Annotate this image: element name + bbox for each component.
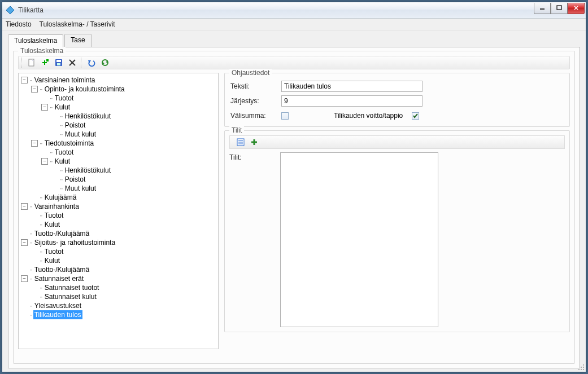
checkbox-voittotappio[interactable] [412,112,419,120]
group-legend: Tilit [229,126,244,134]
titlebar: Tilikartta [2,2,586,19]
delete-icon[interactable] [67,58,77,68]
expander-icon[interactable]: − [21,239,28,246]
tree-item[interactable]: Poistot [64,121,87,130]
svg-point-26 [583,367,584,368]
svg-rect-1 [540,8,545,10]
expander-icon[interactable]: − [31,86,38,93]
tab-tuloslaskelma[interactable]: Tuloslaskelma [8,34,63,47]
svg-rect-9 [46,59,49,61]
client-area: Tuloslaskelma Tase Tuloslaskelma [2,30,586,372]
tree-item-selected[interactable]: Tilikauden tulos [33,310,82,319]
undo-icon[interactable] [86,58,97,68]
svg-point-27 [578,369,580,370]
tree-item[interactable]: Tiedotustoiminta [43,139,95,148]
tab-tase[interactable]: Tase [64,34,91,47]
tree-item[interactable]: Henkilöstökulut [64,112,112,121]
tree-item[interactable]: Muut kulut [64,130,97,139]
toolbar-main [18,56,570,69]
expander-icon[interactable]: − [21,77,28,83]
menubar: Tiedosto Tuloslaskelma- / Taserivit [2,19,586,30]
window-buttons [534,3,585,15]
tilit-listbox[interactable] [280,152,438,327]
tree-item[interactable]: Tuotot [43,211,65,220]
tree-item[interactable]: Opinto- ja koulutustoiminta [43,85,126,94]
group-tuloslaskelma: Tuloslaskelma −··Varsinainen toiminta −·… [13,51,575,364]
maximize-button[interactable] [551,3,568,14]
tree-item[interactable]: Poistot [64,175,87,184]
label-tilit: Tilit: [229,152,280,327]
expander-icon[interactable]: − [21,275,28,282]
label-jarjestys: Järjestys: [230,97,281,105]
expander-icon[interactable]: − [41,158,48,165]
group-ohjaustiedot: Ohjaustiedot Teksti: Järjestys: Välisumm… [224,73,570,127]
window-title: Tilikartta [18,6,534,14]
label-teksti: Teksti: [230,82,281,90]
tree-item[interactable]: Satunnaiset kulut [43,292,98,301]
label-voittotappio: Tilikauden voitto/tappio [334,112,403,120]
expander-icon[interactable]: − [41,104,48,111]
svg-point-28 [581,369,582,370]
tabpage: Tuloslaskelma −··Varsinainen toiminta −·… [8,47,580,368]
tree-item[interactable]: Kulut [54,103,71,112]
svg-rect-11 [56,60,61,62]
tree-item[interactable]: Tuotot [54,148,75,157]
svg-rect-2 [557,6,561,10]
close-button[interactable] [568,3,585,14]
menu-file[interactable]: Tiedosto [6,20,32,28]
checkbox-valisumma[interactable] [281,112,289,120]
input-teksti[interactable] [281,81,423,92]
tree-item[interactable]: Kulut [54,157,71,166]
save-icon[interactable] [54,58,64,68]
toolbar-separator [81,58,83,68]
tree-item[interactable]: Kulut [43,256,61,265]
tree-item[interactable]: Sijoitus- ja rahoitustoiminta [33,238,116,247]
tree: −··Varsinainen toiminta −··Opinto- ja ko… [20,76,217,319]
app-icon [6,6,15,15]
resize-grip[interactable] [577,363,585,371]
group-legend: Ohjaustiedot [229,69,272,77]
tree-item[interactable]: Yleisavustukset [33,301,82,310]
group-tilit: Tilit Tilit: [224,130,570,332]
tabstrip: Tuloslaskelma Tase [8,34,580,47]
group-legend: Tuloslaskelma [18,47,66,55]
svg-marker-0 [6,6,14,14]
tree-panel[interactable]: −··Varsinainen toiminta −··Opinto- ja ko… [18,73,219,349]
svg-rect-12 [57,63,60,65]
tree-item[interactable]: Tuotot [43,247,65,256]
add-node-icon[interactable] [40,58,50,68]
tree-item[interactable]: Satunnaiset erät [33,274,85,283]
minimize-button[interactable] [534,3,551,14]
tree-item[interactable]: Tuotto-/Kulujäämä [33,265,91,274]
refresh-icon[interactable] [100,58,110,68]
tree-item[interactable]: Tuotto-/Kulujäämä [33,229,91,238]
label-valisumma: Välisumma: [230,112,281,120]
toolbar-tilit [229,135,565,149]
right-panel: Ohjaustiedot Teksti: Järjestys: Välisumm… [224,73,570,349]
new-icon[interactable] [27,58,37,68]
tree-item[interactable]: Tuotot [54,94,75,103]
tree-item[interactable]: Varsinainen toiminta [33,76,97,85]
tree-item[interactable]: Kulut [43,220,61,229]
menu-rows[interactable]: Tuloslaskelma- / Taserivit [40,20,115,28]
app-window: Tilikartta Tiedosto Tuloslaskelma- / Tas… [2,2,586,372]
svg-point-29 [583,369,584,370]
svg-point-25 [581,367,582,368]
input-jarjestys[interactable] [281,95,423,107]
tree-item[interactable]: Varainhankinta [33,202,80,211]
expander-icon[interactable]: − [31,140,38,147]
tree-item[interactable]: Henkilöstökulut [64,166,112,175]
expander-icon[interactable]: − [21,203,28,210]
tree-item[interactable]: Muut kulut [64,184,97,193]
tree-item[interactable]: Satunnaiset tuotot [43,283,101,292]
toolbar-separator [21,58,23,68]
svg-point-24 [583,364,584,366]
tree-item[interactable]: Kulujäämä [43,193,78,202]
list-icon[interactable] [236,137,246,147]
add-icon[interactable] [249,137,259,147]
